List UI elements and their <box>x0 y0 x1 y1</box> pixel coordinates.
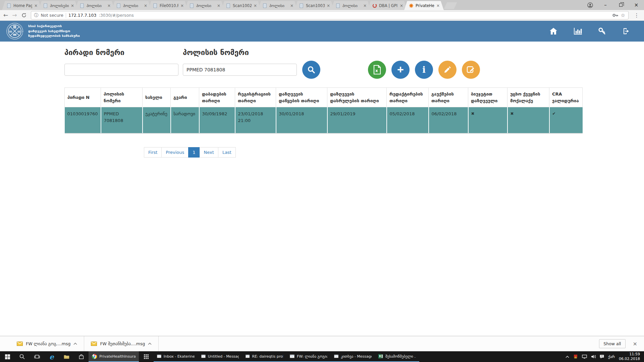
key-icon[interactable] <box>598 27 606 35</box>
network-icon[interactable] <box>582 355 587 359</box>
browser-tab[interactable]: პოლისი × <box>75 1 115 10</box>
info-circle-icon[interactable]: ⓘ <box>34 12 39 18</box>
column-header[interactable]: CRA ვალიდურია <box>549 88 583 107</box>
browser-tab[interactable]: პოლისი × <box>331 1 371 10</box>
start-button[interactable] <box>0 351 15 362</box>
policy-number-input[interactable] <box>183 64 297 76</box>
browser-tab[interactable]: DBA | GPI Hold × <box>368 1 407 10</box>
close-download-bar-icon[interactable]: × <box>633 341 637 347</box>
forward-icon[interactable]: → <box>12 12 17 18</box>
tab-close-icon[interactable]: × <box>107 3 111 8</box>
chevron-up-icon[interactable] <box>148 343 152 345</box>
tab-close-icon[interactable]: × <box>217 3 220 8</box>
browser-tab[interactable]: პოლისი × <box>185 1 224 10</box>
volume-icon[interactable] <box>591 355 596 359</box>
show-all-downloads-button[interactable]: Show all <box>599 339 625 348</box>
pagination-next-button[interactable]: Next <box>200 147 218 158</box>
column-header[interactable]: გვარი <box>171 88 199 107</box>
home-icon[interactable] <box>549 27 557 35</box>
personal-number-input[interactable] <box>64 64 178 76</box>
edit-note-button[interactable] <box>462 61 480 79</box>
tab-close-icon[interactable]: × <box>71 3 74 8</box>
column-header[interactable]: დაზღვევის დასრულების თარიღი <box>327 88 387 107</box>
file-explorer-button[interactable] <box>59 351 74 362</box>
column-header[interactable]: ბიუჯეტით დაზღვეული <box>468 88 507 107</box>
restore-button[interactable] <box>613 0 629 10</box>
asterisk-app-icon <box>409 3 414 8</box>
comment-icon[interactable] <box>600 355 604 359</box>
store-button[interactable] <box>74 351 89 362</box>
column-header[interactable]: რედაქტირების თარიღი <box>387 88 429 107</box>
pagination-previous-button[interactable]: Previous <box>161 147 189 158</box>
export-excel-button[interactable]: x <box>368 61 386 79</box>
column-header[interactable]: უცხო ქვეყნის მოქალაქე <box>507 88 549 107</box>
tab-close-icon[interactable]: × <box>144 3 147 8</box>
browser-tab[interactable]: პოლისი × <box>112 1 151 10</box>
taskbar-excel-window[interactable]: X შესამოწმებელი ... <box>375 351 419 362</box>
taskbar-outlook-window[interactable]: RE: daireqtis proble... <box>242 351 286 362</box>
tab-close-icon[interactable]: × <box>363 3 367 8</box>
tab-close-icon[interactable]: × <box>290 3 293 8</box>
column-header[interactable]: გაუქმების თარიღი <box>429 88 468 107</box>
column-header[interactable]: რეგისტრაციის თარიღი <box>235 88 276 107</box>
edit-button[interactable] <box>438 61 457 79</box>
task-view-button[interactable] <box>30 351 44 362</box>
search-button[interactable] <box>302 61 320 79</box>
tab-close-icon[interactable]: × <box>34 3 38 8</box>
downloaded-file[interactable]: FW შეთანხმება....msg <box>84 336 158 351</box>
security-warning-icon[interactable] <box>573 355 578 359</box>
taskbar-outlook-window[interactable]: კითხვა - Message ... <box>331 351 375 362</box>
tab-close-icon[interactable]: × <box>400 3 403 8</box>
statistics-chart-icon[interactable] <box>574 27 582 35</box>
taskbar-outlook-window[interactable]: FW: ლიანა გოგია... <box>286 351 331 362</box>
pagination-last-button[interactable]: Last <box>218 147 236 158</box>
taskbar-outlook-window[interactable]: Inbox - Ekaterine O... <box>154 351 198 362</box>
bookmark-star-icon[interactable]: ☆ <box>621 12 625 18</box>
browser-tab[interactable]: Scan10038.JPG × <box>294 1 334 10</box>
column-header[interactable]: პოლისის ნომერი <box>101 88 143 107</box>
address-bar[interactable]: ⓘ Not secure 172.17.7.103 :3030/#/person… <box>31 11 629 19</box>
tab-title: PrivateHealthIn <box>416 3 434 8</box>
tab-close-icon[interactable]: × <box>180 3 184 8</box>
column-header[interactable]: დაზღვევის დაწყების თარიღი <box>276 88 327 107</box>
close-window-button[interactable]: × <box>629 0 644 10</box>
taskbar-outlook-window[interactable]: Untitled - Message ... <box>198 351 242 362</box>
logout-icon[interactable] <box>623 27 631 35</box>
pagination-page-1-button[interactable]: 1 <box>188 147 200 158</box>
reload-icon[interactable] <box>21 12 27 18</box>
keyboard-language-indicator[interactable]: ქარ <box>608 355 615 359</box>
pagination-first-button[interactable]: First <box>144 147 162 158</box>
browser-tab[interactable]: პოლისები × <box>39 1 78 10</box>
browser-tab[interactable]: Scan10027.JPG × <box>221 1 261 10</box>
tray-chevron-up-icon[interactable] <box>566 356 569 358</box>
tab-close-icon[interactable]: × <box>254 3 257 8</box>
taskbar-search-button[interactable] <box>15 351 30 362</box>
browser-tab-active[interactable]: PrivateHealthIn × <box>404 1 444 10</box>
tab-close-icon[interactable]: × <box>327 3 330 8</box>
back-icon[interactable]: ← <box>3 12 8 18</box>
info-button[interactable]: i <box>415 61 433 79</box>
tab-title: პოლისები <box>50 3 69 8</box>
add-person-button[interactable]: + <box>391 61 410 79</box>
taskbar-clock[interactable]: 11:59 06.02.2018 <box>619 352 640 362</box>
page-favicon-icon <box>116 3 121 8</box>
column-header[interactable]: პირადი N <box>65 88 101 107</box>
profile-icon[interactable] <box>582 0 598 10</box>
browser-tab[interactable]: File0010.PDF × <box>148 1 188 10</box>
browser-tab[interactable]: პოლისი × <box>258 1 298 10</box>
downloaded-file[interactable]: FW ლიანა გოგ....msg <box>10 336 84 351</box>
browser-tab[interactable]: Home Page × <box>2 1 42 10</box>
column-header[interactable]: დაბადების თარიღი <box>199 88 235 107</box>
chrome-menu-icon[interactable]: ⋮ <box>633 12 641 18</box>
new-tab-button[interactable] <box>444 2 457 9</box>
autofill-key-icon[interactable] <box>612 13 619 17</box>
column-header[interactable]: სახელი <box>143 88 171 107</box>
tab-close-icon[interactable]: × <box>436 3 440 8</box>
minimize-button[interactable]: – <box>598 0 613 10</box>
page-favicon-icon <box>263 3 267 8</box>
pinned-app-button[interactable] <box>139 351 154 362</box>
table-row[interactable]: 01030019760 PPMED 7081808 ეკატერინე სარა… <box>65 107 583 134</box>
edge-browser-button[interactable]: e <box>44 351 59 362</box>
chevron-up-icon[interactable] <box>73 343 77 345</box>
taskbar-chrome-window[interactable]: PrivateHealthInsura... <box>89 351 139 362</box>
